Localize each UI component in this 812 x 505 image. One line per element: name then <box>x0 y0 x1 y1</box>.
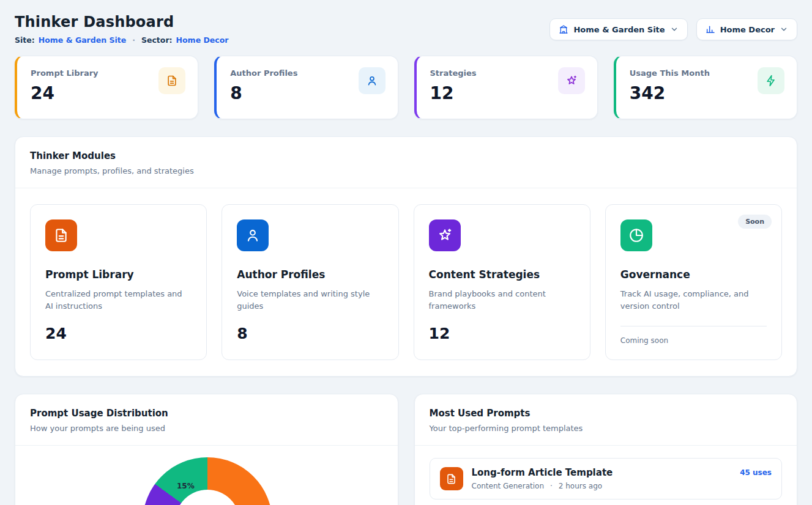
sector-link[interactable]: Home Decor <box>176 35 229 45</box>
title-block: Thinker Dashboard Site: Home & Garden Si… <box>15 13 228 45</box>
module-count: 8 <box>237 325 383 342</box>
donut-chart-area: 15% <box>15 446 398 505</box>
header-selectors: Home & Garden Site Home Decor <box>549 18 797 40</box>
site-selector-label: Home & Garden Site <box>573 25 665 34</box>
module-description: Brand playbooks and content frameworks <box>429 288 575 312</box>
site-label: Site: <box>15 35 35 45</box>
document-icon <box>158 67 185 94</box>
separator-dot: · <box>550 482 553 490</box>
prompt-list-item[interactable]: Long-form Article Template Content Gener… <box>430 458 783 499</box>
usage-distribution-subtitle: How your prompts are being used <box>30 424 383 433</box>
most-used-prompts-card: Most Used Prompts Your top-performing pr… <box>414 394 798 505</box>
coming-soon-text: Coming soon <box>620 326 767 345</box>
breadcrumb: Site: Home & Garden Site · Sector: Home … <box>15 35 228 45</box>
prompt-meta: Content Generation · 2 hours ago <box>472 482 613 490</box>
chevron-down-icon <box>670 25 679 34</box>
module-description: Voice templates and writing style guides <box>237 288 383 312</box>
module-card-author-profiles[interactable]: Author Profiles Voice templates and writ… <box>222 204 398 360</box>
modules-header: Thinker Modules Manage prompts, profiles… <box>15 137 797 188</box>
donut-data-label: 15% <box>177 482 195 490</box>
module-card-content-strategies[interactable]: Content Strategies Brand playbooks and c… <box>414 204 590 360</box>
modules-subtitle: Manage prompts, profiles, and strategies <box>30 166 782 175</box>
module-card-governance[interactable]: Soon Governance Track AI usage, complian… <box>605 204 782 360</box>
stat-card-author-profiles: Author Profiles 8 <box>214 56 398 119</box>
chevron-down-icon <box>780 25 788 34</box>
stat-card-prompt-library: Prompt Library 24 <box>15 56 198 119</box>
sector-selector-label: Home Decor <box>720 25 775 34</box>
separator-dot: · <box>132 35 135 45</box>
usage-distribution-header: Prompt Usage Distribution How your promp… <box>15 394 398 446</box>
donut-chart[interactable]: 15% <box>143 457 272 505</box>
prompt-time: 2 hours ago <box>559 482 602 490</box>
most-used-title: Most Used Prompts <box>430 408 783 419</box>
module-title: Governance <box>620 268 767 281</box>
prompt-uses-badge: 45 uses <box>740 467 772 477</box>
sector-selector-button[interactable]: Home Decor <box>696 18 797 40</box>
usage-distribution-card: Prompt Usage Distribution How your promp… <box>15 394 398 505</box>
site-selector-button[interactable]: Home & Garden Site <box>549 18 687 40</box>
prompt-list: Long-form Article Template Content Gener… <box>415 446 797 505</box>
most-used-header: Most Used Prompts Your top-performing pr… <box>415 394 797 446</box>
most-used-subtitle: Your top-performing prompt templates <box>430 424 783 433</box>
stat-card-strategies: Strategies 12 <box>414 56 598 119</box>
prompt-title: Long-form Article Template <box>472 467 613 478</box>
sparkle-star-icon <box>558 67 585 94</box>
module-title: Content Strategies <box>429 268 575 281</box>
user-icon <box>237 219 269 251</box>
sector-label: Sector: <box>141 35 173 45</box>
page-title: Thinker Dashboard <box>15 13 228 31</box>
prompt-category: Content Generation <box>472 482 544 490</box>
module-title: Author Profiles <box>237 268 383 281</box>
top-bar: Thinker Dashboard Site: Home & Garden Si… <box>15 13 797 45</box>
stat-card-usage: Usage This Month 342 <box>614 56 797 119</box>
module-title: Prompt Library <box>45 268 192 281</box>
building-icon <box>559 24 568 34</box>
modules-title: Thinker Modules <box>30 150 782 161</box>
module-count: 24 <box>45 325 192 342</box>
stats-row: Prompt Library 24 Author Profiles 8 Stra… <box>15 56 797 119</box>
module-description: Centralized prompt templates and AI inst… <box>45 288 192 312</box>
bottom-row: Prompt Usage Distribution How your promp… <box>15 394 797 505</box>
pie-chart-icon <box>620 219 652 251</box>
module-count: 12 <box>429 325 575 342</box>
sparkle-star-icon <box>429 219 461 251</box>
dashboard-page: Thinker Dashboard Site: Home & Garden Si… <box>0 0 812 505</box>
document-icon <box>45 219 77 251</box>
site-link[interactable]: Home & Garden Site <box>39 35 126 45</box>
lightning-icon <box>758 67 784 94</box>
module-description: Track AI usage, compliance, and version … <box>620 288 767 312</box>
soon-badge: Soon <box>738 215 772 229</box>
prompt-item-text: Long-form Article Template Content Gener… <box>472 467 613 490</box>
modules-grid: Prompt Library Centralized prompt templa… <box>15 188 797 376</box>
document-icon <box>440 467 463 490</box>
donut-hole <box>175 490 240 505</box>
user-icon <box>359 67 386 94</box>
bar-chart-icon <box>706 24 715 34</box>
module-card-prompt-library[interactable]: Prompt Library Centralized prompt templa… <box>30 204 207 360</box>
thinker-modules-panel: Thinker Modules Manage prompts, profiles… <box>15 136 797 377</box>
usage-distribution-title: Prompt Usage Distribution <box>30 408 383 419</box>
